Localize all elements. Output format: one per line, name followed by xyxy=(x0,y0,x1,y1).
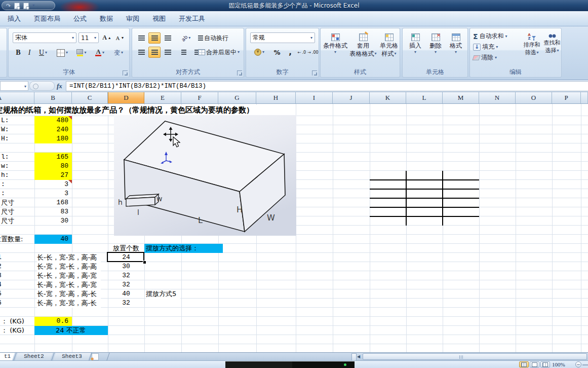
cell-a18[interactable]: 2 xyxy=(0,262,2,271)
cell-b2[interactable]: 480 xyxy=(34,116,71,125)
cell-a4[interactable]: H: xyxy=(1,134,9,143)
wrap-text-button[interactable]: 自动换行 xyxy=(196,32,243,44)
column-header-partial[interactable] xyxy=(581,92,588,103)
cell-b4[interactable]: 180 xyxy=(34,134,71,143)
column-header-d[interactable]: D xyxy=(108,92,144,103)
cell-a17[interactable]: 1 xyxy=(0,253,2,262)
cell-b9[interactable]: 3 xyxy=(34,180,71,189)
cell-b21[interactable]: 长-宽，宽-高，高-长 xyxy=(37,289,101,299)
page-layout-view-button[interactable] xyxy=(530,361,539,367)
autosum-button[interactable]: Σ 自动求和▾ xyxy=(473,31,521,41)
zoom-slider[interactable] xyxy=(582,364,588,365)
cell-b17[interactable]: 长-长，宽-宽，高-高 xyxy=(37,253,101,262)
grow-font-button[interactable]: A▲ xyxy=(101,32,113,43)
borders-button[interactable]: ▾ xyxy=(53,47,71,59)
shrink-font-button[interactable]: A▼ xyxy=(114,32,126,43)
percent-style-button[interactable]: % xyxy=(270,47,284,58)
insert-worksheet-button[interactable] xyxy=(92,353,99,360)
cell-b18[interactable]: 长-宽，宽-长，高-高 xyxy=(37,262,101,271)
fill-color-button[interactable]: ▾ xyxy=(73,47,90,59)
normal-view-button[interactable] xyxy=(519,361,529,367)
cell-d22[interactable]: 32 xyxy=(108,299,144,308)
insert-function-button[interactable]: fx xyxy=(57,82,62,90)
zoom-out-button[interactable]: − xyxy=(575,361,581,367)
cell-a13[interactable]: 尺寸 xyxy=(1,216,14,226)
font-dialog-launcher[interactable] xyxy=(123,70,128,76)
cell-e16-label[interactable]: 摆放方式的选择： xyxy=(146,244,199,253)
bold-button[interactable]: B xyxy=(13,47,24,59)
worksheet-grid[interactable]: 定规格的纸箱，如何摆放放最多产品？（常规情况，黄色区域为要填的参数） L: W:… xyxy=(0,104,588,352)
align-left-button[interactable] xyxy=(135,47,147,58)
cell-b11[interactable]: 168 xyxy=(34,198,71,207)
cell-b25[interactable]: 24 不正常 xyxy=(56,326,86,335)
tab-scroll-left-icon[interactable]: ◀ xyxy=(357,354,360,359)
sheet-tab-active-partial[interactable]: t1 xyxy=(0,353,15,360)
cell-b20[interactable]: 长-高，宽-长，高-宽 xyxy=(37,280,101,289)
tab-view[interactable]: 视图 xyxy=(147,13,171,25)
page-break-view-button[interactable] xyxy=(540,361,550,367)
cell-b3[interactable]: 240 xyxy=(34,125,71,134)
cell-a25[interactable]: ： (KG) xyxy=(1,326,24,335)
align-center-button[interactable] xyxy=(148,47,161,58)
cell-a1-title[interactable]: 定规格的纸箱，如何摆放放最多产品？（常规情况，黄色区域为要填的参数） xyxy=(0,105,260,115)
font-size-combo[interactable]: 11▾ xyxy=(79,32,99,43)
align-bottom-button[interactable] xyxy=(162,32,174,44)
comma-style-button[interactable]: , xyxy=(285,47,295,58)
underline-button[interactable]: U▾ xyxy=(35,47,51,59)
cell-b8[interactable]: 27 xyxy=(34,171,71,180)
tab-page-layout[interactable]: 页面布局 xyxy=(28,13,66,25)
cell-b13[interactable]: 30 xyxy=(34,216,71,226)
cell-a11[interactable]: 尺寸 xyxy=(1,198,14,207)
merge-center-button[interactable]: 合并后居中▾ xyxy=(196,47,244,58)
increase-decimal-button[interactable]: ←.0 xyxy=(297,47,307,58)
tab-formulas[interactable]: 公式 xyxy=(68,13,92,25)
cell-a7[interactable]: w: xyxy=(1,162,9,171)
tab-split-handle[interactable] xyxy=(351,353,357,361)
cell-a9[interactable]: : xyxy=(1,180,5,189)
horizontal-scrollbar[interactable] xyxy=(363,353,587,360)
column-header-b[interactable]: B xyxy=(34,92,72,103)
cell-a20[interactable]: 4 xyxy=(0,280,2,289)
cell-b19[interactable]: 长-长，宽-高，高-宽 xyxy=(37,271,101,280)
decrease-indent-button[interactable] xyxy=(178,47,190,58)
align-right-button[interactable] xyxy=(162,47,174,58)
alignment-dialog-launcher[interactable] xyxy=(237,70,242,76)
cell-b6[interactable]: 165 xyxy=(34,153,71,162)
cell-a12[interactable]: 尺寸 xyxy=(1,207,14,216)
sheet-tab-sheet2[interactable]: Sheet2 xyxy=(15,353,53,360)
column-header-n[interactable]: N xyxy=(479,92,516,103)
cell-b10[interactable]: 3 xyxy=(34,189,71,198)
column-header-j[interactable]: J xyxy=(333,92,370,103)
orientation-button[interactable]: ab▾ xyxy=(178,32,194,44)
number-dialog-launcher[interactable] xyxy=(312,70,317,76)
column-header-e[interactable]: E xyxy=(144,92,181,103)
column-header-c[interactable]: C xyxy=(72,92,108,103)
accounting-format-button[interactable]: ¥ ▾ xyxy=(250,47,268,58)
tab-insert[interactable]: 插入 xyxy=(2,13,26,25)
cell-a15[interactable]: 放置数量: xyxy=(0,235,23,244)
sheet-tab-sheet3[interactable]: Sheet3 xyxy=(53,353,91,360)
column-header-h[interactable]: H xyxy=(256,92,296,103)
number-format-combo[interactable]: 常规▾ xyxy=(250,32,315,43)
cell-a8[interactable]: h: xyxy=(1,171,9,180)
italic-button[interactable]: I xyxy=(24,47,34,59)
align-top-button[interactable] xyxy=(135,32,147,44)
align-middle-button[interactable] xyxy=(148,32,161,44)
comment-indicator-b2[interactable] xyxy=(68,116,72,120)
carton-3d-image[interactable]: h w l L H W xyxy=(114,115,296,236)
phonetic-guide-button[interactable]: 变▾ xyxy=(109,47,128,59)
font-color-button[interactable]: A ▾ xyxy=(92,47,108,59)
cell-a10[interactable]: : xyxy=(1,189,5,198)
column-header-a[interactable]: A xyxy=(0,92,34,103)
clear-button[interactable]: 清除▾ xyxy=(473,53,508,62)
cell-b7[interactable]: 80 xyxy=(34,162,71,171)
formula-input[interactable]: =INT(B2/B11)*INT(B3/B12)*INT(B4/B13) xyxy=(66,81,588,91)
fill-handle[interactable] xyxy=(143,261,146,264)
fill-button[interactable]: ↓ 填充▾ xyxy=(473,42,508,52)
column-header-p[interactable]: P xyxy=(552,92,581,103)
cell-a21[interactable]: 5 xyxy=(0,289,2,299)
cell-d20[interactable]: 32 xyxy=(108,280,144,289)
font-name-combo[interactable]: 宋体▾ xyxy=(13,32,76,43)
zoom-level[interactable]: 100% xyxy=(552,361,565,367)
name-box[interactable]: ▾ xyxy=(0,81,28,91)
